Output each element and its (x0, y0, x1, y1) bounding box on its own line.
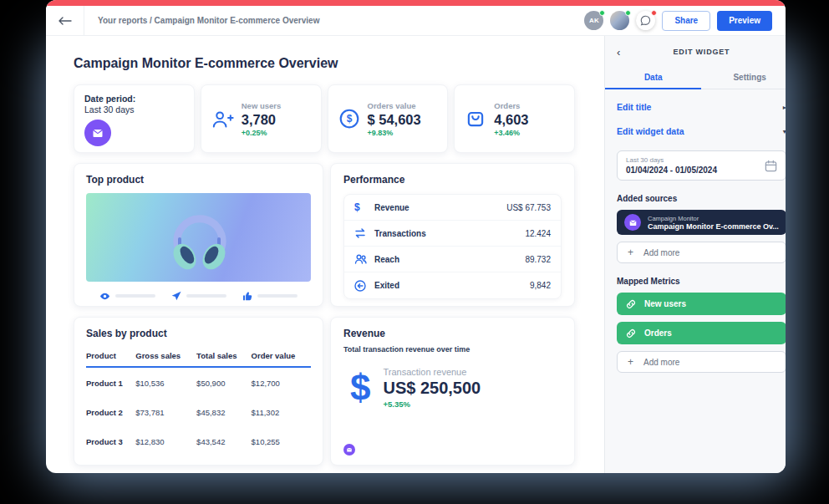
card-title: Sales by product (86, 328, 311, 339)
performance-row: Transactions 12.424 (344, 221, 561, 247)
tab-data[interactable]: Data (605, 66, 701, 89)
performance-row: Exited 9,842 (344, 272, 561, 298)
avatar-photo[interactable] (610, 11, 629, 30)
stat-delta: +9.83% (368, 129, 421, 137)
card-title: Revenue (343, 328, 562, 339)
avatar-initials-text: AK (589, 17, 599, 24)
stat-label: Orders (494, 101, 528, 110)
source-provider: Campaign Monitor (648, 215, 779, 222)
online-status-dot (599, 10, 605, 16)
revenue-card[interactable]: Revenue Total transaction revenue over t… (330, 317, 575, 466)
back-arrow-icon (58, 17, 72, 25)
cell-total-sales: $50,900 (196, 367, 251, 397)
stat-value: $ 54,603 (368, 112, 421, 128)
app-window: Your reports / Campaign Monitor E-commer… (46, 0, 786, 473)
svg-text:$: $ (346, 113, 352, 125)
back-button[interactable] (46, 6, 84, 35)
plus-icon: + (628, 356, 633, 368)
card-title: Top product (86, 174, 311, 186)
chevron-right-icon: ▸ (783, 104, 786, 111)
stat-label: Orders value (368, 101, 421, 110)
product-engagement-row (86, 291, 311, 301)
date-period-card[interactable]: Date period: Last 30 days (74, 84, 195, 153)
online-status-dot (625, 10, 631, 16)
performance-card[interactable]: Performance $ Revenue US$ 67.753 Transac… (330, 163, 575, 307)
campaign-monitor-logo (628, 218, 638, 227)
tab-settings[interactable]: Settings (701, 66, 786, 89)
table-row: Product 1 $10,536 $50,900 $12,700 (86, 367, 311, 397)
exit-arrow-icon (354, 280, 366, 292)
chevron-left-icon[interactable]: ‹ (617, 47, 620, 58)
sales-table: Product Gross sales Total sales Order va… (86, 344, 311, 456)
sales-by-product-card[interactable]: Sales by product Product Gross sales Tot… (74, 317, 323, 466)
chevron-down-icon: ▾ (783, 128, 786, 135)
link-icon (626, 328, 636, 339)
plus-icon: + (628, 247, 633, 258)
campaign-monitor-logo-badge (343, 444, 355, 456)
shares-meter (171, 291, 226, 301)
added-sources-label: Added sources (617, 194, 786, 203)
panel-header: ‹ EDIT WIDGET (605, 39, 786, 64)
share-button[interactable]: Share (662, 11, 710, 31)
shopping-bag-icon (465, 108, 486, 130)
table-header-row: Product Gross sales Total sales Order va… (86, 344, 311, 367)
avatar-initials[interactable]: AK (584, 11, 603, 30)
date-range-value: 01/04/2024 - 01/05/2024 (626, 165, 717, 175)
views-meter (99, 291, 155, 301)
topbar-actions: AK Share Preview (584, 6, 786, 35)
table-row: Product 3 $12,830 $43,542 $10,255 (86, 426, 311, 456)
top-navigation-bar: Your reports / Campaign Monitor E-commer… (46, 6, 786, 36)
product-image (86, 193, 311, 282)
breadcrumb[interactable]: Your reports / Campaign Monitor E-commer… (98, 16, 319, 25)
likes-meter (242, 291, 298, 301)
add-more-label: Add more (643, 248, 679, 257)
cell-gross-sales: $12,830 (135, 426, 196, 456)
metric-label: New users (644, 299, 686, 308)
stat-value: 4,603 (494, 112, 528, 128)
metric-label: Transactions (374, 229, 426, 238)
user-add-icon (211, 109, 234, 129)
edit-title-row[interactable]: Edit title ▸ (617, 102, 786, 112)
people-icon (354, 253, 367, 265)
stat-card-orders[interactable]: Orders 4,603 +3.46% (454, 84, 575, 153)
preview-button[interactable]: Preview (717, 11, 772, 31)
card-title: Performance (343, 174, 562, 186)
chat-bubble-icon (640, 15, 651, 26)
panel-tabs: Data Settings (605, 66, 786, 89)
edit-widget-panel: ‹ EDIT WIDGET Data Settings Edit title ▸… (604, 36, 786, 473)
calendar-icon (765, 160, 777, 172)
mapped-metric-orders[interactable]: Orders (617, 322, 786, 344)
page-title: Campaign Monitor E-commerce Overview (74, 56, 575, 71)
cell-gross-sales: $10,536 (135, 367, 196, 397)
dollar-icon: $ (350, 369, 370, 406)
stat-card-orders-value[interactable]: $ Orders value $ 54,603 +9.83% (328, 84, 449, 153)
metric-label: Revenue (374, 203, 409, 212)
column-header: Product (86, 344, 135, 367)
mapped-metric-new-users[interactable]: New users (617, 293, 786, 315)
metric-label: Exited (374, 281, 399, 290)
top-accent-bar (46, 0, 786, 6)
meter-track (186, 294, 226, 298)
comments-button[interactable] (636, 11, 655, 30)
campaign-monitor-logo (346, 446, 353, 453)
edit-widget-data-link[interactable]: Edit widget data (617, 126, 684, 136)
cell-total-sales: $43,542 (196, 426, 251, 456)
add-source-button[interactable]: + Add more (617, 242, 786, 263)
stat-card-new-users[interactable]: New users 3,780 +0.25% (201, 84, 322, 153)
stats-row: Date period: Last 30 days New users 3,78… (74, 84, 575, 153)
column-header: Order value (252, 344, 311, 367)
cell-order-value: $12,700 (252, 367, 311, 397)
meter-track (257, 294, 298, 298)
column-header: Gross sales (135, 344, 196, 367)
edit-title-link[interactable]: Edit title (617, 102, 651, 112)
campaign-monitor-logo (91, 126, 104, 140)
top-product-card[interactable]: Top product (74, 163, 323, 307)
transfer-arrows-icon (354, 227, 366, 239)
dollar-circle-icon: $ (338, 108, 360, 130)
edit-widget-data-row[interactable]: Edit widget data ▾ (617, 126, 786, 136)
source-card[interactable]: Campaign Monitor Campaign Monitor E-comm… (617, 210, 786, 235)
thumbs-up-icon (242, 291, 252, 301)
add-metric-button[interactable]: + Add more (617, 351, 786, 373)
date-range-picker[interactable]: Last 30 days 01/04/2024 - 01/05/2024 (617, 150, 786, 181)
campaign-monitor-logo-badge (624, 214, 641, 231)
